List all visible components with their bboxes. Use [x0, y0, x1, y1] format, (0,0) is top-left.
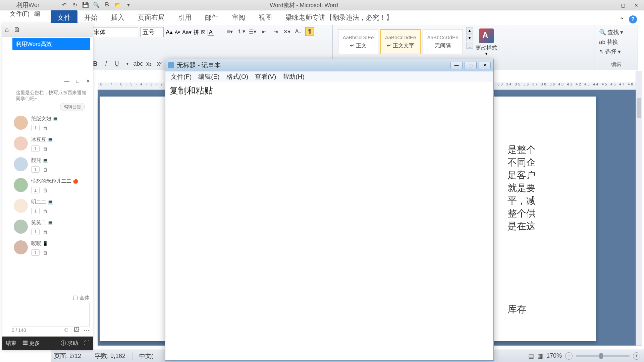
- superscript-button[interactable]: x²: [156, 60, 164, 68]
- minimize-button[interactable]: —: [605, 2, 614, 9]
- list-item[interactable]: 暖暖📱1🗑: [12, 238, 90, 258]
- delete-icon[interactable]: 🗑: [43, 229, 48, 235]
- delete-icon[interactable]: 🗑: [43, 167, 48, 172]
- status-language[interactable]: 中文(: [139, 352, 160, 360]
- undo-icon[interactable]: ↶: [61, 1, 67, 8]
- multilevel-icon[interactable]: ☰▾: [248, 27, 257, 36]
- open-icon[interactable]: 📂: [114, 1, 121, 8]
- zoom-slider[interactable]: [576, 355, 630, 357]
- end-button[interactable]: 结束: [6, 340, 16, 347]
- underline-dropdown-icon[interactable]: ▼: [123, 60, 131, 68]
- notepad-text-area[interactable]: 复制和粘贴: [165, 82, 493, 99]
- preview-icon[interactable]: 🔍: [93, 1, 100, 8]
- notepad-menu-edit[interactable]: 编辑(E): [196, 71, 222, 82]
- fullscreen-icon[interactable]: ⛶: [84, 340, 90, 346]
- bold-icon[interactable]: B: [104, 1, 110, 8]
- help-icon[interactable]: ?: [629, 15, 637, 23]
- phonetic-icon[interactable]: 拼: [194, 29, 199, 36]
- styles-down-icon[interactable]: ▼: [466, 35, 473, 41]
- vertical-scrollbar[interactable]: [636, 71, 642, 346]
- chat-close-icon[interactable]: ✕: [86, 78, 90, 84]
- notepad-menu-help[interactable]: 帮助(H): [280, 71, 307, 82]
- italic-button[interactable]: I: [102, 60, 110, 68]
- font-name-select[interactable]: [91, 27, 138, 37]
- chat-notice-edit-button[interactable]: 编辑公告: [60, 103, 85, 111]
- chat-maximize-icon[interactable]: □: [76, 78, 79, 84]
- text-direction-icon[interactable]: ✕▾: [282, 27, 291, 36]
- more-button[interactable]: ☰ 更多: [22, 340, 40, 347]
- change-styles-dropdown-icon[interactable]: ▼: [485, 52, 488, 56]
- chat-minimize-icon[interactable]: —: [64, 78, 69, 84]
- minimize-ribbon-icon[interactable]: ⌃: [618, 15, 626, 23]
- select-button[interactable]: ↖选择▾: [599, 48, 633, 56]
- grow-font-icon[interactable]: A▴: [166, 28, 173, 36]
- notepad-minimize-button[interactable]: —: [450, 62, 463, 69]
- save-icon[interactable]: 💾: [82, 1, 89, 8]
- select-all-checkbox[interactable]: [73, 296, 77, 300]
- delete-icon[interactable]: 🗑: [43, 125, 48, 131]
- change-case-icon[interactable]: Aa▾: [182, 29, 192, 36]
- list-item[interactable]: 靓兒💻1🗑: [12, 155, 90, 175]
- char-border-icon[interactable]: A: [208, 29, 214, 36]
- zoom-level[interactable]: 170%: [546, 352, 562, 359]
- secondary-menu-edit[interactable]: 编: [34, 10, 40, 18]
- delete-icon[interactable]: 🗑: [43, 250, 48, 255]
- enclose-icon[interactable]: ☒: [201, 29, 206, 36]
- chat-input[interactable]: [12, 303, 90, 326]
- zoom-out-button[interactable]: −: [565, 352, 573, 360]
- view-mode-icon-2[interactable]: ▦: [537, 352, 543, 360]
- help-button[interactable]: ⓘ 求助: [61, 340, 78, 347]
- notepad-menu-view[interactable]: 查看(V): [252, 71, 279, 82]
- notepad-menu-format[interactable]: 格式(O): [224, 71, 251, 82]
- show-marks-icon[interactable]: ¶: [305, 27, 314, 36]
- tab-mail[interactable]: 邮件: [198, 10, 225, 25]
- list-item[interactable]: 绝版女妞💻1🗑: [12, 113, 90, 134]
- bullets-icon[interactable]: ≡▾: [225, 27, 234, 36]
- styles-more-icon[interactable]: ⎯: [466, 42, 473, 49]
- style-item-nospacing[interactable]: AaBbCcDdEe 无间隔: [423, 29, 463, 54]
- zoom-in-button[interactable]: +: [633, 352, 640, 360]
- tab-review[interactable]: 审阅: [225, 10, 252, 25]
- more-icon[interactable]: ⋯: [84, 326, 90, 334]
- delete-icon[interactable]: 🗑: [43, 208, 48, 214]
- font-size-select[interactable]: [140, 27, 164, 37]
- image-icon[interactable]: 🖼: [73, 326, 79, 334]
- save-icon[interactable]: 🗎: [14, 26, 20, 34]
- notepad-menu-file[interactable]: 文件(F): [168, 71, 194, 82]
- style-item-normal[interactable]: AaBbCcDdEe ↵ 正文: [338, 29, 378, 54]
- list-item[interactable]: 明二二💻1🗑: [12, 196, 90, 217]
- secondary-menu-file[interactable]: 文件(F): [10, 10, 30, 18]
- status-words[interactable]: 字数: 9,162: [95, 352, 132, 360]
- status-page[interactable]: 页面: 2/12: [54, 352, 88, 360]
- sort-icon[interactable]: A↓: [294, 27, 303, 36]
- home-icon[interactable]: ⌂: [5, 26, 9, 34]
- list-item[interactable]: 愤怒的米粒儿二二🍎1🗑: [12, 175, 90, 196]
- chat-active-tab[interactable]: 利用Word高效: [12, 38, 90, 50]
- tab-insert[interactable]: 插入: [104, 10, 131, 25]
- scrollbar-thumb[interactable]: [637, 98, 641, 118]
- shrink-font-icon[interactable]: A▾: [175, 29, 180, 35]
- chat-select-all[interactable]: 全体: [73, 295, 90, 301]
- zoom-slider-thumb[interactable]: [599, 353, 603, 359]
- underline-button[interactable]: U: [113, 60, 121, 68]
- list-item[interactable]: 笑笑二💻1🗑: [12, 217, 90, 238]
- redo-icon[interactable]: ↻: [71, 1, 78, 8]
- style-item-body[interactable]: AaBbCcDdEe ↵ 正文文字: [380, 29, 421, 54]
- emoji-icon[interactable]: ☺: [63, 326, 69, 334]
- delete-icon[interactable]: 🗑: [43, 188, 48, 193]
- indent-decrease-icon[interactable]: ⇤: [260, 27, 268, 36]
- maximize-button[interactable]: ▢: [618, 2, 628, 9]
- strikethrough-button[interactable]: abc: [134, 60, 142, 68]
- tab-layout[interactable]: 页面布局: [131, 10, 171, 25]
- notepad-maximize-button[interactable]: ▢: [465, 62, 477, 69]
- tab-references[interactable]: 引用: [171, 10, 198, 25]
- qat-more-icon[interactable]: ▾: [125, 1, 132, 8]
- indent-increase-icon[interactable]: ⇥: [271, 27, 280, 36]
- find-button[interactable]: 🔍查找▾: [599, 28, 633, 36]
- view-mode-icon-1[interactable]: ▤: [528, 352, 534, 360]
- tab-custom[interactable]: 梁咏老师专讲【翻录违法，必究！】: [279, 10, 399, 25]
- delete-icon[interactable]: 🗑: [43, 146, 48, 152]
- change-styles-button[interactable]: 更改样式 ▼: [473, 27, 500, 57]
- subscript-button[interactable]: x₂: [145, 60, 153, 68]
- replace-button[interactable]: ab替换: [599, 38, 633, 46]
